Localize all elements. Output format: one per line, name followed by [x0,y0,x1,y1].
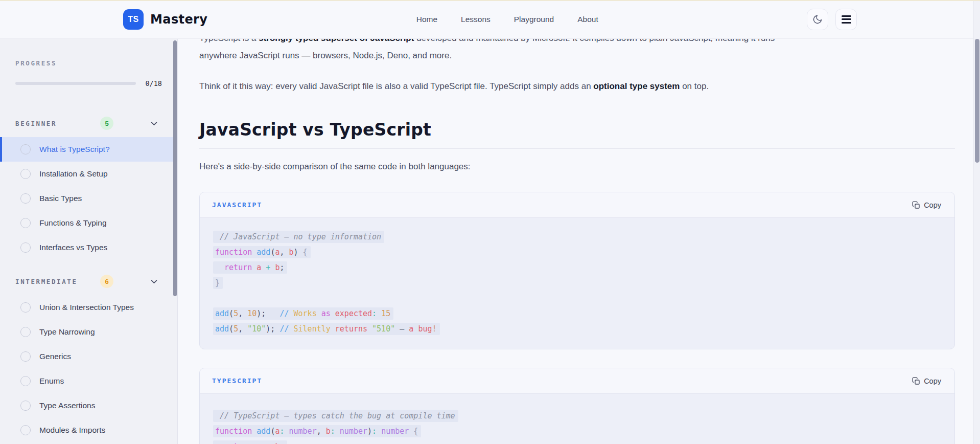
comparison-intro: Here's a side-by-side comparison of the … [199,158,955,175]
sidebar-divider [0,100,177,100]
lesson-status-circle [20,242,31,253]
main-content: TypeScript is a strongly typed superset … [178,0,973,444]
code-line: return a + b; [213,439,942,444]
code-block: // JavaScript — no type informationfunct… [200,218,954,349]
p2-bold: optional type system [593,81,680,91]
lesson-item-label: Type Assertions [39,401,95,410]
lesson-item-enums[interactable]: Enums [0,369,177,393]
copy-icon [912,201,920,209]
lesson-item-label: Enums [39,376,64,386]
lessons-sidebar: PROGRESS 0/18 BEGINNER 5 What is TypeScr… [0,39,178,444]
lesson-status-circle [20,193,31,204]
lesson-item-label: Generics [39,352,71,361]
lesson-item-label: Modules & Imports [39,426,105,435]
lesson-status-circle [20,376,31,386]
code-line: // TypeScript — types catch the bug at c… [213,408,942,424]
p2-post: on top. [680,81,709,91]
lesson-item-label: Basic Types [39,194,82,203]
lesson-status-circle [20,144,31,154]
lesson-item-type-narrowing[interactable]: Type Narrowing [0,320,177,344]
lesson-status-circle [20,169,31,179]
lesson-status-circle [20,401,31,411]
copy-button[interactable]: Copy [912,201,941,209]
code-lang-label: TYPESCRIPT [212,377,262,385]
lesson-item-union-intersection[interactable]: Union & Intersection Types [0,295,177,320]
theme-toggle-button[interactable] [807,9,828,30]
code-line: return a + b; [213,260,942,275]
progress-count: 0/18 [145,79,162,87]
copy-icon [912,377,920,385]
main-nav: Home Lessons Playground About [207,15,807,24]
copy-button[interactable]: Copy [912,377,941,385]
lesson-item-label: What is TypeScript? [39,145,110,154]
section-label: BEGINNER [15,120,100,127]
code-line: function add(a, b) { [213,245,942,260]
lesson-status-circle [20,218,31,228]
code-card-header: TYPESCRIPT Copy [200,368,954,394]
lesson-item-installation-setup[interactable]: Installation & Setup [0,162,177,186]
lesson-item-label: Interfaces vs Types [39,243,107,252]
sidebar-scrollbar-thumb[interactable] [173,40,177,296]
lesson-item-modules-imports[interactable]: Modules & Imports [0,418,177,442]
section-badge: 6 [100,275,113,288]
progress-bar-track [15,82,136,85]
lesson-item-basic-types[interactable]: Basic Types [0,186,177,211]
lesson-item-interfaces-vs-types[interactable]: Interfaces vs Types [0,235,177,260]
brand-logo[interactable]: TS Mastery [123,9,207,30]
nav-link-home[interactable]: Home [416,15,437,24]
chevron-down-icon [150,278,158,285]
lesson-item-label: Union & Intersection Types [39,303,134,312]
nav-link-playground[interactable]: Playground [514,15,554,24]
menu-button[interactable] [835,9,857,30]
moon-icon [812,14,823,25]
code-line: add(5, 10); // Works as expected: 15 [213,306,942,321]
code-line: function add(a: number, b: number): numb… [213,424,942,439]
p2-pre: Think of it this way: every valid JavaSc… [199,81,593,91]
section-label: INTERMEDIATE [15,278,100,285]
section-header-beginner[interactable]: BEGINNER 5 [0,117,177,130]
code-line [213,291,942,306]
page-scrollbar[interactable] [973,0,980,444]
section-header-intermediate[interactable]: INTERMEDIATE 6 [0,275,177,288]
code-line: // JavaScript — no type information [213,229,942,245]
code-card-typescript: TYPESCRIPT Copy // TypeScript — types ca… [199,368,955,444]
window-top-edge [0,0,980,1]
lesson-status-circle [20,302,31,313]
nav-link-about[interactable]: About [577,15,598,24]
lesson-list-intermediate: Union & Intersection Types Type Narrowin… [0,295,177,442]
lesson-item-label: Functions & Typing [39,218,107,228]
top-navbar: TS Mastery Home Lessons Playground About [0,0,980,39]
hamburger-icon [842,15,851,24]
copy-label: Copy [924,201,941,209]
lesson-item-label: Type Narrowing [39,327,95,337]
lesson-item-type-assertions[interactable]: Type Assertions [0,393,177,418]
progress-section: 0/18 [15,79,162,87]
lesson-item-label: Installation & Setup [39,169,108,179]
chevron-down-icon [150,120,158,127]
p1-post2: anywhere JavaScript runs — browsers, Nod… [199,51,452,60]
lesson-item-functions-typing[interactable]: Functions & Typing [0,211,177,235]
progress-label: PROGRESS [15,59,177,67]
copy-label: Copy [924,377,941,385]
header-actions [807,9,857,30]
lesson-status-circle [20,351,31,362]
intro-paragraph-2: Think of it this way: every valid JavaSc… [199,78,955,95]
page-scrollbar-thumb[interactable] [975,39,979,163]
lesson-item-generics[interactable]: Generics [0,344,177,369]
code-card-header: JAVASCRIPT Copy [200,192,954,218]
code-lang-label: JAVASCRIPT [212,201,262,209]
lesson-item-what-is-typescript[interactable]: What is TypeScript? [0,137,177,162]
brand-name: Mastery [150,12,207,27]
lesson-status-circle [20,327,31,337]
lesson-status-circle [20,425,31,435]
section-badge: 5 [100,117,113,130]
lesson-list-beginner: What is TypeScript? Installation & Setup… [0,137,177,260]
page-title: JavaScript vs TypeScript [199,120,955,149]
code-line: } [213,275,942,291]
code-line: add(5, "10"); // Silently returns "510" … [213,321,942,337]
app-window: TypeScript is a strongly typed superset … [0,0,980,444]
ts-logo-badge: TS [123,9,144,30]
nav-link-lessons[interactable]: Lessons [461,15,491,24]
code-block: // TypeScript — types catch the bug at c… [200,394,954,444]
code-card-javascript: JAVASCRIPT Copy // JavaScript — no type … [199,192,955,349]
